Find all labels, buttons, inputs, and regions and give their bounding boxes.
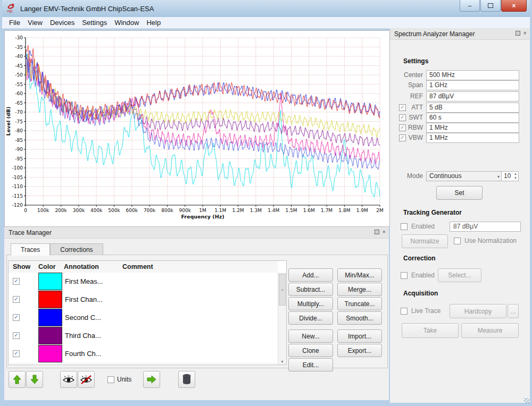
tg-level-input[interactable]: 87 dBµV (450, 222, 521, 232)
live-trace-checkbox[interactable] (401, 308, 408, 315)
maximize-button[interactable] (480, 0, 501, 12)
x-axis-label: Frequency (Hz) (181, 214, 224, 219)
subtract-button[interactable]: Subtract... (288, 283, 333, 296)
center-input[interactable]: 500 MHz (426, 70, 519, 80)
spinner-arrows-icon[interactable]: ▲▼ (514, 172, 517, 180)
hide-trace-button[interactable] (78, 371, 95, 388)
divide-button[interactable]: Divide... (288, 311, 333, 325)
resize-grip[interactable] (524, 398, 529, 403)
smooth-button[interactable]: Smooth... (337, 311, 382, 325)
chevron-down-icon: ▾ (497, 172, 500, 181)
export-button[interactable]: Export... (337, 344, 382, 357)
scrollbar-thumb[interactable]: ≡ (279, 274, 286, 306)
correction-enabled-checkbox[interactable] (401, 272, 408, 279)
color-swatch[interactable] (38, 273, 62, 290)
trace-manager-header[interactable]: Trace Manager × (4, 227, 389, 239)
apply-button[interactable] (143, 371, 160, 388)
show-checkbox[interactable] (13, 350, 20, 357)
tracking-generator-heading: Tracking Generator (403, 209, 462, 216)
spectrum-analyzer-panel: Spectrum Analyzer Manager × Settings Cen… (390, 28, 530, 403)
show-checkbox[interactable] (13, 278, 20, 285)
clone-button[interactable]: Clone (288, 344, 333, 357)
svg-text:700k: 700k (144, 208, 156, 213)
svg-text:-50: -50 (15, 72, 23, 78)
color-swatch[interactable] (38, 309, 62, 326)
table-row[interactable]: Second C... (9, 309, 278, 327)
scroll-down-icon[interactable]: ▼ (278, 360, 286, 363)
menu-bar: FileViewDevicesSettingsWindowHelp (2, 17, 530, 29)
rbw-label: RBW (390, 124, 423, 131)
normalize-button[interactable]: Normalize (402, 234, 448, 248)
color-swatch[interactable] (38, 327, 62, 344)
use-normalization-checkbox[interactable] (454, 238, 461, 244)
menu-help[interactable]: Help (143, 18, 164, 28)
table-row[interactable]: First Chan... (9, 291, 278, 309)
truncate-button[interactable]: Truncate... (337, 297, 382, 310)
add-button[interactable]: Add... (288, 268, 333, 282)
minimize-button[interactable]: – (460, 0, 480, 12)
trace-manager-panel: Trace Manager × Traces Corrections Show … (4, 227, 389, 400)
close-panel-icon[interactable]: × (523, 31, 527, 36)
svg-text:-110: -110 (12, 184, 23, 189)
float-panel-icon[interactable] (516, 31, 520, 36)
setting-row-center: Center500 MHz (390, 70, 530, 80)
units-checkbox[interactable] (107, 376, 114, 383)
eye-slash-icon (80, 375, 93, 384)
new-button[interactable]: New... (288, 329, 333, 343)
hardcopy-button[interactable]: Hardcopy (450, 304, 506, 318)
close-button[interactable]: × (501, 0, 527, 12)
att-input[interactable]: 5 dB (426, 103, 519, 113)
take-button[interactable]: Take (402, 323, 459, 338)
close-panel-icon[interactable]: × (383, 230, 386, 234)
table-row[interactable]: First Meas... (9, 273, 278, 291)
show-trace-button[interactable] (60, 371, 77, 388)
trace-table-scrollbar[interactable]: ≡ ▼ (278, 273, 286, 365)
show-checkbox[interactable] (13, 296, 20, 303)
ref-input[interactable]: 87 dBµV (426, 91, 519, 102)
setting-row-ref: REF87 dBµV (390, 91, 530, 102)
vbw-input[interactable]: 1 MHz (426, 133, 519, 143)
mode-select[interactable]: Continuous▾ (426, 171, 502, 181)
move-up-button[interactable] (9, 371, 26, 388)
swt-input[interactable]: 60 s (426, 113, 519, 123)
span-input[interactable]: 1 GHz (426, 80, 519, 90)
table-row[interactable]: Fourth Ch... (9, 345, 278, 363)
tracking-enabled-checkbox[interactable] (401, 223, 408, 230)
setting-row-swt: SWT60 s (390, 113, 530, 123)
color-swatch[interactable] (38, 345, 62, 362)
color-swatch[interactable] (38, 291, 62, 308)
float-panel-icon[interactable] (375, 230, 379, 234)
set-button[interactable]: Set (436, 186, 483, 200)
tab-corrections[interactable]: Corrections (50, 243, 103, 256)
menu-view[interactable]: View (24, 18, 46, 28)
import-button[interactable]: Import... (337, 329, 382, 343)
window-title: Langer EMV-Technik GmbH ChipScan-ESA (20, 5, 154, 13)
mode-row: Mode Continuous▾ 10▲▼ (390, 171, 530, 181)
delete-trace-button[interactable] (178, 371, 195, 388)
edit-button[interactable]: Edit... (288, 358, 333, 371)
rbw-input[interactable]: 1 MHz (426, 123, 519, 133)
show-checkbox[interactable] (13, 314, 20, 321)
tab-traces[interactable]: Traces (11, 243, 50, 256)
arrow-down-icon (29, 374, 40, 385)
show-checkbox[interactable] (13, 332, 20, 339)
correction-select-button[interactable]: Select... (438, 268, 481, 282)
menu-settings[interactable]: Settings (78, 18, 111, 28)
svg-text:200k: 200k (55, 208, 67, 213)
menu-file[interactable]: File (5, 18, 24, 28)
table-row[interactable]: Third Cha... (9, 327, 278, 345)
multiply-button[interactable]: Multiply... (288, 297, 333, 310)
svg-text:1.9M: 1.9M (356, 208, 368, 213)
menu-window[interactable]: Window (111, 18, 143, 28)
settings-heading: Settings (403, 57, 428, 65)
count-spinner[interactable]: 10▲▼ (501, 171, 519, 181)
trace-table-header: Show Color Annotation Comment (9, 261, 278, 273)
merge-button[interactable]: Merge... (337, 283, 382, 296)
move-down-button[interactable] (26, 371, 43, 388)
measure-button[interactable]: Measure (461, 323, 519, 338)
minmax-button[interactable]: Min/Max... (337, 268, 382, 282)
menu-devices[interactable]: Devices (46, 18, 78, 28)
spectrum-analyzer-header[interactable]: Spectrum Analyzer Manager × (390, 28, 530, 40)
close-icon: × (512, 2, 516, 10)
hardcopy-more-button[interactable]: ... (508, 304, 519, 318)
